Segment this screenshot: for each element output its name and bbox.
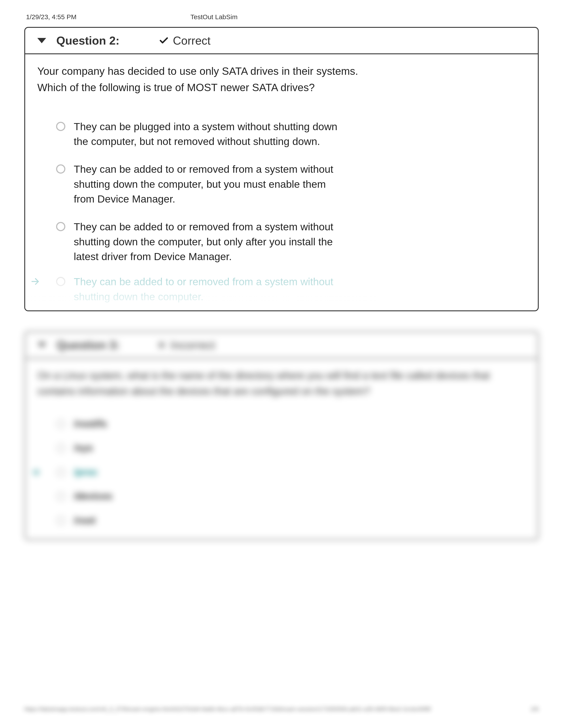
question-prompt: On a Linux system, what is the name of t… <box>38 368 525 399</box>
print-header: 1/29/23, 4:55 PM TestOut LabSim <box>24 13 539 21</box>
option-text: They can be plugged into a system withou… <box>74 119 341 149</box>
check-icon <box>159 36 169 46</box>
question-card-2: Question 2: Correct Your company has dec… <box>24 27 539 311</box>
option-row[interactable]: They can be added to or removed from a s… <box>56 162 341 206</box>
option-text: /sys <box>74 441 93 455</box>
options-list: They can be plugged into a system withou… <box>56 119 341 304</box>
radio-icon[interactable] <box>56 277 65 286</box>
radio-icon <box>56 419 66 429</box>
option-row[interactable]: They can be added to or removed from a s… <box>56 219 341 264</box>
print-footer: https://labsimapp.testout.com/v6_0_579/e… <box>24 706 539 713</box>
radio-icon[interactable] <box>56 122 65 131</box>
option-row: /root/fs <box>56 417 277 431</box>
options-list: /root/fs /sys /proc <box>56 417 277 527</box>
question-number-label: Question 2: <box>56 34 119 47</box>
option-row[interactable]: They can be plugged into a system withou… <box>56 119 341 149</box>
option-text: They can be added to or removed from a s… <box>74 219 341 264</box>
option-row: /root <box>56 513 277 527</box>
radio-icon[interactable] <box>56 222 65 231</box>
question-status: Incorrect <box>170 338 215 352</box>
option-row: /proc <box>56 465 277 479</box>
x-icon <box>157 340 166 350</box>
option-text: They can be added to or removed from a s… <box>74 274 341 304</box>
option-row: /sys <box>56 441 277 455</box>
option-row-correct[interactable]: They can be added to or removed from a s… <box>56 274 341 304</box>
arrow-right-icon <box>30 276 41 287</box>
caret-down-icon <box>38 342 46 348</box>
radio-icon[interactable] <box>56 164 65 174</box>
radio-icon <box>56 492 66 501</box>
caret-down-icon <box>37 38 46 43</box>
question-header: Question 3: Incorrect <box>25 332 538 359</box>
question-prompt: Your company has decided to use only SAT… <box>37 63 526 96</box>
arrow-right-icon <box>30 466 42 478</box>
radio-icon <box>56 443 66 453</box>
prompt-line-1: Your company has decided to use only SAT… <box>37 65 358 77</box>
option-text: /root <box>74 513 96 527</box>
question-number-label: Question 3: <box>56 338 120 352</box>
option-text: /proc <box>74 465 98 479</box>
question-header[interactable]: Question 2: Correct <box>25 28 538 54</box>
blurred-preview: Question 3: Incorrect On a Linux system,… <box>24 331 539 540</box>
footer-url: https://labsimapp.testout.com/v6_0_579/e… <box>24 706 431 713</box>
radio-icon <box>56 516 66 525</box>
print-timestamp: 1/29/23, 4:55 PM <box>26 13 77 21</box>
print-title: TestOut LabSim <box>190 13 237 21</box>
option-text: /devices <box>74 489 112 503</box>
option-text: They can be added to or removed from a s… <box>74 162 341 206</box>
option-text: /root/fs <box>74 417 107 431</box>
prompt-line-2: Which of the following is true of MOST n… <box>37 82 315 93</box>
footer-page: 2/6 <box>531 706 539 713</box>
question-status: Correct <box>173 34 210 47</box>
option-row: /devices <box>56 489 277 503</box>
radio-icon <box>56 468 66 477</box>
